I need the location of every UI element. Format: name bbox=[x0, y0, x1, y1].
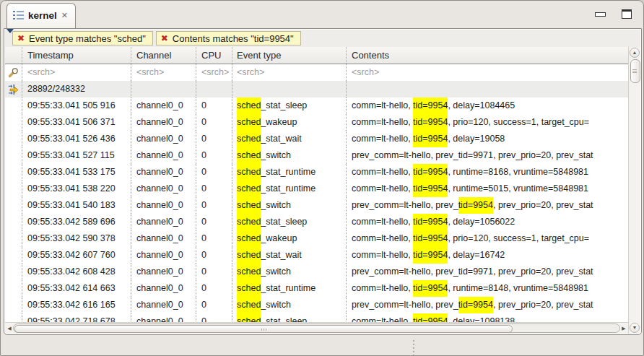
cell-cpu: 0 bbox=[196, 214, 232, 230]
table-row[interactable]: 09:55:33.042 590 378channel0_00sched_wak… bbox=[5, 230, 628, 247]
horizontal-scroll-thumb[interactable] bbox=[14, 325, 513, 333]
highlighted-match: sched bbox=[237, 264, 261, 280]
cell-cpu: 0 bbox=[196, 131, 232, 147]
highlighted-match: tid=9954 bbox=[413, 164, 448, 181]
table-row[interactable]: 09:55:33.041 527 115channel0_00sched_swi… bbox=[5, 147, 628, 164]
gutter-header bbox=[5, 47, 22, 64]
column-header-channel[interactable]: Channel bbox=[131, 47, 196, 64]
cell-channel: channel0_0 bbox=[131, 264, 196, 280]
row-gutter bbox=[5, 230, 22, 247]
cell-contents: comm=lt-hello, tid=9954, prio=120, succe… bbox=[347, 114, 628, 131]
maximize-icon bbox=[622, 9, 632, 19]
table-rows: 09:55:33.041 505 916channel0_00sched_sta… bbox=[5, 97, 628, 322]
search-input-event-type[interactable]: <srch> bbox=[232, 64, 347, 81]
cell-contents: comm=lt-hello, tid=9954, runtime=8148, v… bbox=[347, 280, 628, 297]
tab-label: kernel bbox=[28, 10, 57, 21]
cell-cpu: 0 bbox=[196, 181, 232, 197]
cell-channel: channel0_0 bbox=[131, 280, 196, 297]
cell-timestamp: 09:55:33.041 526 436 bbox=[22, 131, 131, 147]
cell-contents: prev_comm=lt-hello, prev_tid=9971, prev_… bbox=[347, 147, 628, 164]
column-header-event-type[interactable]: Event type bbox=[232, 47, 347, 64]
row-gutter bbox=[5, 214, 22, 230]
tab-close-icon[interactable]: ✕ bbox=[61, 12, 68, 19]
thumb-grip bbox=[632, 69, 637, 70]
cell-event-type: sched_switch bbox=[232, 264, 347, 280]
collapse-triangle-icon[interactable] bbox=[6, 29, 14, 33]
filter-status-cell bbox=[131, 81, 196, 97]
cell-text: prev_comm=lt-hello, prev_ bbox=[352, 197, 458, 214]
table-row[interactable]: 09:55:33.041 526 436channel0_00sched_sta… bbox=[5, 131, 628, 147]
highlighted-match: tid=9954 bbox=[458, 297, 493, 313]
table-row[interactable]: 09:55:33.042 616 165channel0_00sched_swi… bbox=[5, 297, 628, 313]
vertical-scrollbar[interactable]: ▲ ▼ bbox=[628, 47, 640, 334]
tab-kernel[interactable]: kernel ✕ bbox=[6, 3, 76, 28]
table-row[interactable]: 09:55:33.041 540 183channel0_00sched_swi… bbox=[5, 197, 628, 214]
tab-strip: kernel ✕ bbox=[1, 1, 643, 28]
highlighted-match: sched bbox=[237, 114, 261, 131]
remove-filter-icon[interactable]: ✖ bbox=[17, 34, 25, 43]
horizontal-scrollbar[interactable]: ◀ ▶ bbox=[5, 322, 628, 334]
cell-text: _stat_sleep bbox=[261, 214, 307, 230]
column-header-cpu[interactable]: CPU bbox=[196, 47, 232, 64]
cell-text: , delay=19058 bbox=[448, 131, 505, 147]
cell-event-type: sched_switch bbox=[232, 297, 347, 313]
filter-bar: ✖ Event type matches "sched" ✖ Contents … bbox=[5, 30, 640, 47]
table-row[interactable]: 09:55:33.041 538 220channel0_00sched_sta… bbox=[5, 181, 628, 197]
highlighted-match: sched bbox=[237, 280, 261, 297]
table-row[interactable]: 09:55:33.042 608 428channel0_00sched_swi… bbox=[5, 264, 628, 280]
highlighted-match: sched bbox=[237, 230, 261, 247]
search-input-cpu[interactable]: <srch> bbox=[196, 64, 232, 81]
cell-cpu: 0 bbox=[196, 97, 232, 114]
cell-contents: comm=lt-hello, tid=9954, delay=1056022 bbox=[347, 214, 628, 230]
table-row[interactable]: 09:55:33.042 614 663channel0_00sched_sta… bbox=[5, 280, 628, 297]
cell-channel: channel0_0 bbox=[131, 181, 196, 197]
minimize-button[interactable] bbox=[595, 12, 606, 17]
cell-cpu: 0 bbox=[196, 247, 232, 264]
filter-status-row[interactable]: 28892/248332 bbox=[5, 81, 628, 97]
cell-cpu: 0 bbox=[196, 313, 232, 322]
search-input-timestamp[interactable]: <srch> bbox=[22, 64, 131, 81]
cell-event-type: sched_stat_sleep bbox=[232, 97, 347, 114]
cell-cpu: 0 bbox=[196, 164, 232, 181]
table-row[interactable]: 09:55:33.042 607 760channel0_00sched_sta… bbox=[5, 247, 628, 264]
sash-handle[interactable] bbox=[411, 338, 417, 356]
scroll-up-icon[interactable]: ▲ bbox=[630, 48, 640, 58]
highlighted-match: sched bbox=[237, 313, 261, 322]
cell-event-type: sched_switch bbox=[232, 197, 347, 214]
table-row[interactable]: 09:55:33.042 589 696channel0_00sched_sta… bbox=[5, 214, 628, 230]
cell-text: comm=lt-hello, bbox=[352, 313, 413, 322]
row-gutter bbox=[5, 197, 22, 214]
remove-filter-icon[interactable]: ✖ bbox=[161, 34, 168, 43]
table-row[interactable]: 09:55:33.042 718 678channel0_00sched_sta… bbox=[5, 313, 628, 322]
cell-text: , delay=16742 bbox=[448, 247, 505, 264]
cell-text: , delay=1098138 bbox=[448, 313, 515, 322]
vertical-scroll-thumb[interactable] bbox=[630, 59, 640, 83]
highlighted-match: tid=9954 bbox=[413, 247, 448, 264]
highlighted-match: sched bbox=[237, 147, 261, 164]
scroll-right-icon[interactable]: ▶ bbox=[619, 324, 628, 333]
cell-text: prev_comm=lt-hello, prev_tid=9971, prev_… bbox=[352, 147, 593, 164]
cell-cpu: 0 bbox=[196, 297, 232, 313]
search-input-contents[interactable]: <srch> bbox=[347, 64, 628, 81]
maximize-button[interactable] bbox=[622, 9, 632, 19]
table-row[interactable]: 09:55:33.041 505 916channel0_00sched_sta… bbox=[5, 97, 628, 114]
filter-chip-event-type[interactable]: ✖ Event type matches "sched" bbox=[12, 31, 153, 45]
cell-contents: prev_comm=lt-hello, prev_tid=9954, prev_… bbox=[347, 297, 628, 313]
table-row[interactable]: 09:55:33.041 533 175channel0_00sched_sta… bbox=[5, 164, 628, 181]
cell-text: prev_comm=lt-hello, prev_tid=9971, prev_… bbox=[352, 264, 593, 280]
highlighted-match: sched bbox=[237, 197, 261, 214]
search-input-channel[interactable]: <srch> bbox=[131, 64, 196, 81]
cell-contents: prev_comm=lt-hello, prev_tid=9954, prev_… bbox=[347, 197, 628, 214]
horizontal-scroll-track[interactable] bbox=[13, 324, 620, 333]
table-row[interactable]: 09:55:33.041 506 371channel0_00sched_wak… bbox=[5, 114, 628, 131]
cell-timestamp: 09:55:33.041 505 916 bbox=[22, 97, 131, 114]
cell-event-type: sched_stat_runtime bbox=[232, 164, 347, 181]
cell-text: , prio=120, success=1, target_cpu= bbox=[448, 114, 589, 131]
search-row: <srch> <srch> <srch> <srch> <srch> bbox=[5, 64, 628, 81]
scroll-down-icon[interactable]: ▼ bbox=[630, 323, 640, 333]
cell-channel: channel0_0 bbox=[131, 97, 196, 114]
column-header-contents[interactable]: Contents bbox=[347, 47, 628, 64]
row-gutter bbox=[5, 131, 22, 147]
column-header-timestamp[interactable]: Timestamp bbox=[22, 47, 131, 64]
filter-chip-contents[interactable]: ✖ Contents matches "tid=9954" bbox=[156, 31, 301, 45]
